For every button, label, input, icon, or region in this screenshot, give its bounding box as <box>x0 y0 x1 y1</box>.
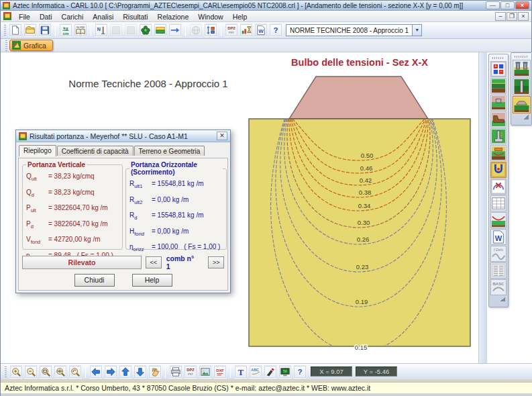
footing-arch-icon[interactable] <box>490 179 507 195</box>
tab-riepilogo[interactable]: Riepilogo <box>19 145 56 156</box>
new-file-icon[interactable] <box>9 23 22 37</box>
svg-text:W: W <box>258 28 264 34</box>
deformata-icon[interactable]: f Dels <box>490 246 507 262</box>
foundation-piles-icon[interactable] <box>513 60 531 77</box>
zoom-previous-icon[interactable] <box>68 365 82 379</box>
dpz-icon[interactable]: DPZPRT <box>225 23 238 37</box>
minimize-button[interactable]: — <box>486 1 500 9</box>
zoom-out-icon[interactable] <box>24 365 38 379</box>
norme-combo[interactable]: NORME TECNICHE 2008 - Approccio 1 ▼ <box>286 24 422 36</box>
prev-comb-button[interactable]: << <box>146 256 162 268</box>
loads-icon[interactable]: +− <box>490 61 507 77</box>
app-icon <box>3 2 10 9</box>
palette-corner-grip[interactable] <box>524 115 529 119</box>
menu-analisi[interactable]: Analisi <box>88 12 118 21</box>
help-button[interactable]: Help <box>132 274 172 287</box>
palette-grip[interactable] <box>515 56 528 58</box>
grafica-grip[interactable] <box>5 40 7 51</box>
result-row: Rult1= 15548,81 kg /m <box>129 177 223 193</box>
settlement-curve-icon[interactable] <box>490 212 507 228</box>
dpz-export-icon[interactable]: DPZPRT <box>184 365 197 379</box>
result-row: Rult2= 0,00 kg /m <box>129 193 223 209</box>
materials-icon[interactable] <box>139 23 152 37</box>
main-toolbar: kgcmNORMNDPZPRTW? NORME TECNICHE 2008 - … <box>1 22 531 39</box>
zoom-extents-icon[interactable] <box>54 365 67 379</box>
next-comb-button[interactable]: >> <box>208 256 224 268</box>
menu-risultati[interactable]: Risultati <box>118 12 152 21</box>
dialog-icon <box>19 132 27 140</box>
menu-window[interactable]: Window <box>193 12 227 21</box>
palette-corner-grip[interactable] <box>500 297 505 301</box>
excavation-icon[interactable] <box>490 111 507 128</box>
pan-hand-icon[interactable] <box>148 365 162 379</box>
mdi-restore-button[interactable]: ❐ <box>507 12 517 21</box>
label-tool-icon[interactable]: ABC <box>249 365 262 379</box>
color-tool-icon[interactable] <box>264 365 277 379</box>
foundation-data-icon[interactable]: N <box>95 23 108 37</box>
close-button[interactable]: × <box>515 1 529 9</box>
section-line-icon[interactable] <box>168 23 182 37</box>
text-tool-icon[interactable]: T <box>234 365 248 379</box>
results-table-icon[interactable] <box>490 195 507 211</box>
numeric-grid-icon[interactable] <box>490 262 507 279</box>
soil-profile-icon[interactable] <box>490 78 507 94</box>
tab-terreno[interactable]: Terreno e Geometria <box>134 146 205 156</box>
globe-icon[interactable] <box>189 23 203 37</box>
rilevato-button[interactable]: Rilevato <box>22 256 142 269</box>
basc-icon[interactable]: BASC <box>490 279 507 295</box>
report-word-icon[interactable]: W <box>254 23 268 37</box>
open-file-icon[interactable] <box>23 23 37 37</box>
mdi-close-button[interactable]: × <box>518 12 529 21</box>
pan-left-icon[interactable] <box>89 365 103 379</box>
wall-pile-icon[interactable] <box>513 78 531 95</box>
contour-label: 0.23 <box>356 263 369 270</box>
vertical-scrollbar[interactable] <box>478 52 487 363</box>
save-icon[interactable] <box>38 23 52 37</box>
menu-help[interactable]: Help <box>228 12 252 21</box>
dxf-export-icon[interactable]: DXF <box>213 365 227 379</box>
stratigraphy-icon[interactable] <box>154 23 167 37</box>
group-title-orizzontale: Portanza Orizzontale (Scorrimento) <box>129 161 223 176</box>
zoom-in-icon[interactable] <box>9 365 23 379</box>
palette-grip[interactable] <box>492 57 504 59</box>
contour-label: 0.30 <box>358 219 370 226</box>
menu-carichi[interactable]: Carichi <box>57 12 89 21</box>
embankment-icon[interactable] <box>513 96 531 113</box>
levels-icon[interactable] <box>204 23 217 37</box>
menu-dati[interactable]: Dati <box>35 12 57 21</box>
pan-down-icon[interactable] <box>134 365 147 379</box>
stress-bulb-icon[interactable] <box>490 162 507 178</box>
maximize-button[interactable]: □ <box>500 1 515 9</box>
tool-disabled-2-icon[interactable] <box>124 23 138 37</box>
dialog-title-bar[interactable]: Risultati portanza - Meyerhof ** SLU - C… <box>16 130 230 142</box>
view-tab-row: Grafica <box>1 39 531 52</box>
foundation-soil-icon[interactable] <box>490 95 507 111</box>
mdi-minimize-button[interactable]: – <box>495 12 506 21</box>
help-icon[interactable]: ? <box>269 23 282 37</box>
toolbar-grip[interactable] <box>4 25 6 36</box>
footing-load-icon[interactable] <box>490 145 507 161</box>
run-analysis-icon[interactable] <box>240 23 253 37</box>
bottom-toolbar-grip[interactable] <box>5 366 7 377</box>
help2-icon[interactable]: ? <box>293 365 307 379</box>
pan-up-icon[interactable] <box>119 365 132 379</box>
chevron-down-icon[interactable]: ▼ <box>412 25 421 36</box>
menu-file[interactable]: File <box>14 12 35 21</box>
tab-coefficienti[interactable]: Coefficienti di capacità <box>57 146 134 156</box>
menu-relazione[interactable]: Relazione <box>153 12 194 21</box>
contour-label: 0.26 <box>357 236 370 243</box>
dialog-close-icon[interactable]: ✕ <box>217 132 227 140</box>
screen-settings-icon[interactable]: 56 <box>278 365 292 379</box>
units-icon[interactable]: kgcm <box>59 23 72 37</box>
tool-disabled-1-icon[interactable] <box>109 23 123 37</box>
wall-section-icon[interactable] <box>490 128 507 144</box>
pan-right-icon[interactable] <box>104 365 117 379</box>
title-bar: Aztec Informatica - CARL 10.0 [ C:\Progr… <box>1 1 531 11</box>
print-preview-icon[interactable] <box>169 365 182 379</box>
word-export-icon[interactable]: W <box>490 229 507 245</box>
image-export-icon[interactable] <box>199 365 212 379</box>
norme-book-icon[interactable]: NORM <box>74 23 87 37</box>
tab-grafica[interactable]: Grafica <box>9 40 53 51</box>
chiudi-button[interactable]: Chiudi <box>74 274 115 287</box>
zoom-window-icon[interactable] <box>39 365 52 379</box>
